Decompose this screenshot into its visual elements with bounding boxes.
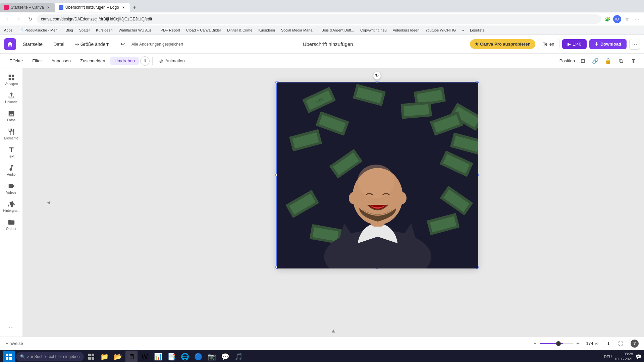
taskbar-ppt[interactable]: 📑 bbox=[166, 351, 178, 362]
sidebar-item-videos[interactable]: Videos bbox=[1, 180, 21, 197]
page-indicator[interactable]: 1 bbox=[604, 340, 613, 347]
info-button[interactable]: ℹ bbox=[140, 56, 150, 66]
canva-bottombar: Hinweise － ＋ 174 % 1 ⛶ ? bbox=[0, 337, 644, 350]
tab-close-1[interactable]: ✕ bbox=[46, 5, 51, 10]
home-button[interactable] bbox=[4, 38, 16, 50]
sidebar-item-hintergrund[interactable]: Hintergru... bbox=[1, 198, 21, 215]
sidebar-item-vorlagen[interactable]: Vorlagen bbox=[1, 71, 21, 88]
taskbar-files[interactable]: 📂 bbox=[112, 351, 124, 362]
start-button[interactable] bbox=[3, 351, 15, 362]
favorites-button[interactable]: ☆ bbox=[623, 15, 631, 23]
zoom-slider-container: － ＋ bbox=[532, 340, 581, 347]
profile-button[interactable]: IQ bbox=[613, 15, 621, 23]
tab-logo[interactable]: Überschrift hinzufügen – Logo ✕ bbox=[55, 3, 130, 12]
zoom-controls: － ＋ 174 % 1 ⛶ ? bbox=[532, 339, 639, 348]
bookmark-dinner[interactable]: Dinner & Crime bbox=[226, 27, 254, 33]
sidebar-item-fotos[interactable]: Fotos bbox=[1, 107, 21, 125]
address-input[interactable]: canva.com/design/DAEdomzscjI/drBfjHdCojI… bbox=[37, 14, 601, 24]
taskbar-chrome[interactable]: 🌐 bbox=[179, 351, 191, 362]
taskbar-search[interactable]: 🔍 Zur Suche Text hier eingeben bbox=[16, 352, 84, 361]
scroll-down-indicator[interactable]: ▲ bbox=[331, 328, 336, 334]
animation-button[interactable]: ◎ Animation bbox=[155, 57, 189, 65]
hintergrund-label: Hintergru... bbox=[3, 209, 19, 213]
file-button[interactable]: Datei bbox=[49, 40, 68, 49]
sidebar-dots[interactable]: ··· bbox=[6, 321, 16, 334]
apps-label: Apps bbox=[4, 28, 12, 32]
taskbar-excel[interactable]: 📊 bbox=[152, 351, 164, 362]
sidebar-item-ordner[interactable]: Ordner bbox=[1, 216, 21, 233]
position-label: Position bbox=[559, 58, 575, 63]
flip-button[interactable]: Umdrehen bbox=[110, 57, 139, 65]
bookmark-kursideen1[interactable]: Kursideen bbox=[95, 27, 114, 33]
more-options-button[interactable]: ··· bbox=[629, 39, 640, 50]
bookmark-youtube[interactable]: Youtube WICHTIG bbox=[424, 27, 457, 33]
taskbar-app9[interactable]: 💬 bbox=[219, 351, 231, 362]
delete-icon-btn[interactable]: 🗑 bbox=[629, 56, 639, 66]
bookmark-videokurs[interactable]: Videokurs Ideen bbox=[391, 27, 421, 33]
taskbar-explorer[interactable]: 📁 bbox=[99, 351, 111, 362]
bookmark-blog[interactable]: Blog bbox=[64, 27, 74, 33]
link-icon-btn[interactable]: 🔗 bbox=[590, 56, 600, 66]
canvas-frame[interactable]: ↻ $100 bbox=[276, 82, 478, 268]
grid-icon-btn[interactable]: ⊞ bbox=[578, 56, 588, 66]
copy-icon-btn[interactable]: ⧉ bbox=[616, 56, 626, 66]
bookmark-apps[interactable]: Apps bbox=[3, 27, 14, 33]
zoom-in-icon[interactable]: ＋ bbox=[575, 340, 581, 347]
bookmark-produktsuche[interactable]: 📄 Produktsuche - Mer... bbox=[17, 27, 61, 33]
bookmark-leseliste[interactable]: Leseliste bbox=[469, 27, 486, 33]
tab-bar: Startseite – Canva ✕ Überschrift hinzufü… bbox=[0, 0, 644, 12]
settings-button[interactable]: ⋯ bbox=[633, 15, 641, 23]
undo-button[interactable]: ↩ bbox=[116, 39, 129, 49]
task-view-button[interactable] bbox=[85, 351, 97, 362]
notification-icon[interactable]: 💬 bbox=[636, 354, 641, 359]
taskbar-app3[interactable]: 🖥 bbox=[125, 351, 138, 362]
bookmark-cload[interactable]: Cload + Canva Bilder bbox=[185, 27, 222, 33]
bookmark-social[interactable]: Social Media Mana... bbox=[280, 27, 317, 33]
extensions-button[interactable]: 🧩 bbox=[603, 15, 612, 23]
help-button[interactable]: ? bbox=[631, 340, 639, 348]
taskbar-edge[interactable]: 🔵 bbox=[193, 351, 205, 362]
download-button[interactable]: ⬇ Download bbox=[589, 39, 627, 49]
forward-button[interactable]: › bbox=[14, 14, 23, 24]
reload-button[interactable]: ↻ bbox=[25, 14, 35, 24]
adjust-button[interactable]: Anpassen bbox=[47, 57, 75, 65]
lock-icon-btn[interactable]: 🔒 bbox=[603, 56, 613, 66]
new-tab-button[interactable]: + bbox=[130, 3, 139, 12]
bookmark-bois[interactable]: Bois d'Argent Duft... bbox=[320, 27, 356, 33]
sidebar-item-uploads[interactable]: Uploads bbox=[1, 89, 21, 107]
bookmarks-bar: Apps 📄 Produktsuche - Mer... Blog Später… bbox=[0, 25, 644, 35]
bookmark-copywriting[interactable]: Copywriting neu bbox=[359, 27, 388, 33]
sidebar-item-audio[interactable]: Audio bbox=[1, 162, 21, 179]
bookmark-kursideen2[interactable]: Kursideen bbox=[257, 27, 276, 33]
back-button[interactable]: ‹ bbox=[3, 14, 12, 24]
svg-rect-43 bbox=[6, 354, 8, 356]
fullscreen-button[interactable]: ⛶ bbox=[616, 339, 625, 348]
bookmark-pdf[interactable]: PDF Report bbox=[159, 27, 181, 33]
resize-icon: ⊹ bbox=[75, 42, 79, 47]
play-button[interactable]: ▶ 1:40 bbox=[562, 39, 587, 49]
zoom-out-icon[interactable]: － bbox=[532, 340, 538, 347]
bookmark-spaeter[interactable]: Später bbox=[78, 27, 91, 33]
resize-button[interactable]: ⊹ Größe ändern bbox=[71, 40, 114, 49]
sidebar-item-text[interactable]: Text bbox=[1, 143, 21, 161]
tab-close-2[interactable]: ✕ bbox=[121, 5, 126, 10]
rotate-handle[interactable]: ↻ bbox=[373, 72, 381, 80]
taskbar-word[interactable]: W bbox=[139, 351, 151, 362]
canvas-workspace[interactable]: ↻ $100 bbox=[117, 75, 637, 275]
effects-button[interactable]: Effekte bbox=[5, 57, 27, 65]
zoom-slider[interactable] bbox=[540, 343, 573, 344]
taskbar-spotify[interactable]: 🎵 bbox=[233, 351, 245, 362]
crop-button[interactable]: Zuschneiden bbox=[76, 57, 109, 65]
scroll-left-indicator[interactable]: ◀ bbox=[47, 200, 50, 205]
filter-button[interactable]: Filter bbox=[28, 57, 46, 65]
sidebar-item-elemente[interactable]: Elemente bbox=[1, 125, 21, 143]
canva-pro-button[interactable]: ★ Canva Pro ausprobieren bbox=[470, 39, 535, 49]
bookmark-wahlfaecher[interactable]: Wahlfächer WU Aus... bbox=[117, 27, 156, 33]
share-button[interactable]: Teilen bbox=[538, 39, 559, 49]
taskbar-app8[interactable]: 📷 bbox=[206, 351, 218, 362]
address-bar-row: ‹ › ↻ canva.com/design/DAEdomzscjI/drBfj… bbox=[0, 12, 644, 25]
home-nav-button[interactable]: Startseite bbox=[19, 40, 47, 49]
text-icon bbox=[8, 146, 15, 154]
tab-startseite[interactable]: Startseite – Canva ✕ bbox=[0, 3, 55, 12]
bookmark-more[interactable]: » bbox=[461, 27, 465, 33]
